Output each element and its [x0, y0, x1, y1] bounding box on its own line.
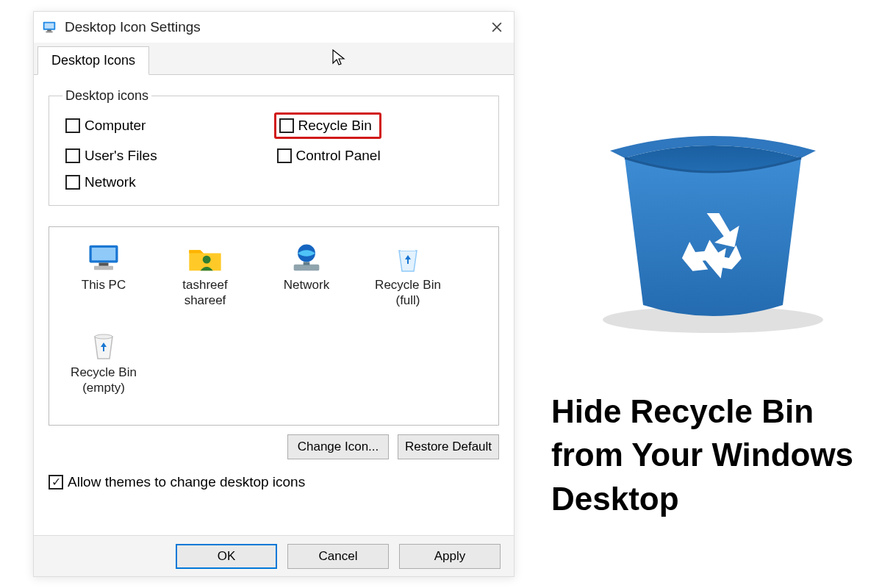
titlebar: Desktop Icon Settings — [34, 12, 514, 43]
checkbox-network[interactable]: Network — [62, 173, 274, 192]
desktop-icons-group: Desktop icons Computer Recycle Bin User'… — [49, 88, 499, 206]
checkbox-label: Allow themes to change desktop icons — [68, 474, 305, 490]
recycle-bin-full-icon — [387, 240, 429, 276]
dialog-content: Desktop icons Computer Recycle Bin User'… — [34, 75, 514, 498]
close-button[interactable] — [480, 12, 514, 43]
desktop-icon-settings-dialog: Desktop Icon Settings Desktop Icons Desk… — [33, 11, 514, 577]
ok-button[interactable]: OK — [176, 544, 277, 569]
icon-item-user-folder[interactable]: tashreef shareef — [164, 240, 246, 309]
icon-item-network[interactable]: Network — [265, 240, 348, 309]
icon-item-this-pc[interactable]: This PC — [62, 240, 145, 309]
svg-rect-12 — [294, 265, 320, 271]
checkbox-label: Recycle Bin — [298, 118, 372, 134]
checkbox-allow-themes[interactable]: Allow themes to change desktop icons — [49, 474, 499, 490]
svg-point-14 — [95, 334, 112, 339]
app-icon — [41, 19, 57, 35]
checkbox-computer[interactable]: Computer — [62, 112, 274, 139]
change-icon-button[interactable]: Change Icon... — [287, 434, 389, 459]
icon-label: Recycle Bin (full) — [367, 277, 449, 309]
right-pane: Hide Recycle Bin from Your Windows Deskt… — [544, 0, 875, 588]
computer-icon — [83, 240, 124, 276]
icon-preview-box: This PC tashreef shareef — [49, 226, 499, 426]
recycle-bin-illustration — [588, 99, 838, 337]
icon-label: Network — [284, 277, 329, 293]
tab-desktop-icons[interactable]: Desktop Icons — [37, 46, 149, 75]
checkbox-icon — [65, 118, 80, 133]
svg-rect-7 — [92, 248, 116, 260]
checkbox-label: User's Files — [85, 148, 157, 164]
dialog-footer: OK Cancel Apply — [34, 535, 514, 576]
icon-label: tashreef shareef — [164, 277, 246, 309]
svg-rect-8 — [99, 263, 109, 266]
titlebar-title: Desktop Icon Settings — [65, 19, 480, 35]
icon-item-recycle-full[interactable]: Recycle Bin (full) — [367, 240, 449, 309]
checkbox-icon — [65, 175, 80, 190]
checkbox-icon — [277, 148, 292, 163]
headline-text: Hide Recycle Bin from Your Windows Deskt… — [551, 390, 882, 520]
svg-rect-2 — [47, 30, 51, 32]
recycle-bin-empty-icon — [83, 328, 124, 363]
cancel-button[interactable]: Cancel — [287, 544, 389, 569]
icon-item-recycle-empty[interactable]: Recycle Bin (empty) — [62, 328, 145, 396]
svg-rect-1 — [45, 24, 54, 29]
svg-point-10 — [203, 256, 211, 264]
network-icon — [286, 240, 327, 276]
icon-label: Recycle Bin (empty) — [62, 365, 145, 396]
restore-default-button[interactable]: Restore Default — [398, 434, 499, 459]
checkbox-control-panel[interactable]: Control Panel — [274, 146, 486, 165]
svg-rect-9 — [94, 266, 113, 270]
checkbox-icon — [49, 475, 63, 490]
checkbox-recycle-bin[interactable]: Recycle Bin — [274, 112, 381, 139]
checkbox-label: Control Panel — [296, 148, 381, 164]
icon-label: This PC — [82, 277, 126, 293]
svg-rect-13 — [304, 262, 310, 265]
checkbox-icon — [65, 148, 80, 163]
checkbox-label: Computer — [85, 118, 146, 134]
tab-strip: Desktop Icons — [34, 43, 514, 75]
group-legend: Desktop icons — [62, 88, 151, 104]
checkbox-icon — [279, 118, 294, 133]
checkbox-users-files[interactable]: User's Files — [62, 146, 274, 165]
apply-button[interactable]: Apply — [399, 544, 501, 569]
folder-user-icon — [184, 240, 226, 276]
svg-rect-3 — [46, 32, 52, 33]
checkbox-label: Network — [85, 174, 136, 190]
